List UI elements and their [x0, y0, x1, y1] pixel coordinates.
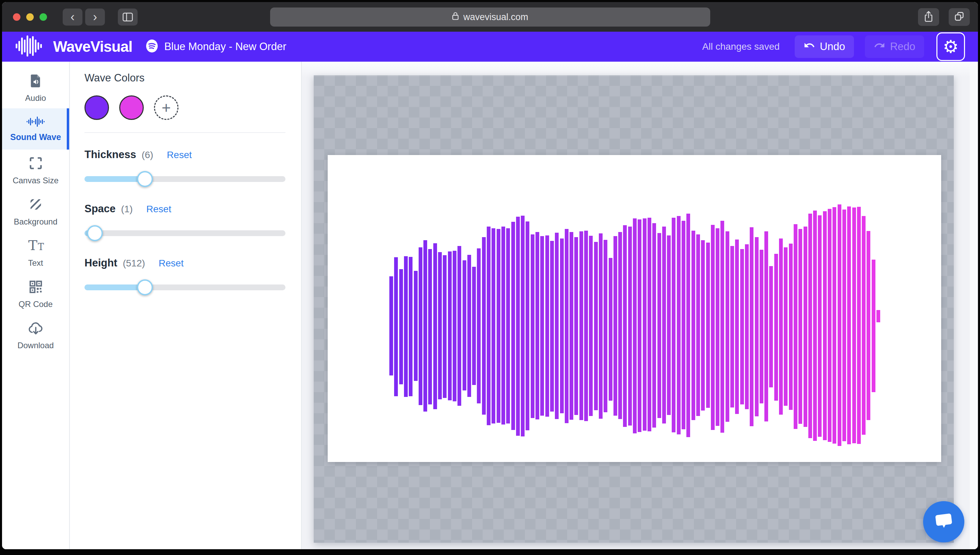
waveform-bar — [755, 237, 759, 416]
sidebar-item-background[interactable]: Background — [2, 191, 69, 232]
waveform-bar — [740, 249, 744, 404]
scrollbar-gutter — [970, 62, 978, 549]
wave-color-swatch-magenta[interactable] — [119, 95, 144, 120]
sidebar-item-text[interactable]: T T Text — [2, 232, 69, 273]
sidebar-item-canvas-size[interactable]: Canvas Size — [2, 149, 69, 191]
waveform-bar — [701, 240, 705, 411]
waveform-bar — [618, 232, 622, 419]
waveform-bar — [789, 244, 793, 409]
svg-text:T: T — [28, 238, 37, 253]
space-header: Space (1) Reset — [85, 203, 285, 215]
download-cloud-icon — [27, 320, 44, 337]
browser-window: ‹ › wavevisual.com — [2, 2, 978, 549]
zoom-window-button[interactable] — [40, 13, 47, 21]
wave-color-swatch-purple[interactable] — [85, 95, 109, 120]
waveform-bar — [823, 211, 827, 440]
sidebar-item-label: Canvas Size — [13, 176, 59, 185]
share-button[interactable] — [918, 8, 939, 26]
undo-icon — [804, 40, 815, 54]
space-reset-link[interactable]: Reset — [146, 204, 171, 215]
height-slider[interactable] — [85, 279, 285, 295]
canvas-size-icon — [28, 156, 43, 172]
minimize-window-button[interactable] — [26, 13, 34, 21]
waveform-bar — [550, 241, 554, 412]
waveform-bar — [535, 232, 539, 419]
spotify-icon — [145, 39, 159, 54]
sidebar-item-audio[interactable]: Audio — [2, 67, 69, 108]
waveform-bar — [721, 221, 724, 433]
slider-thumb[interactable] — [137, 171, 153, 187]
waveform-bar — [716, 228, 719, 425]
undo-button[interactable]: Undo — [795, 35, 854, 58]
space-slider[interactable] — [85, 225, 285, 241]
waveform-bar — [638, 220, 641, 431]
thickness-reset-link[interactable]: Reset — [167, 149, 192, 160]
waveform-bar — [511, 222, 515, 430]
waveform-bar — [428, 249, 432, 404]
waveform-bar — [487, 226, 490, 425]
redo-button[interactable]: Redo — [865, 35, 924, 58]
waveform-bar — [531, 234, 535, 418]
sidebar-item-qr-code[interactable]: QR Code — [2, 273, 69, 314]
chevron-left-icon: ‹ — [70, 10, 75, 24]
artwork-canvas[interactable] — [328, 155, 941, 462]
sidebar-item-label: Text — [28, 258, 43, 268]
height-reset-link[interactable]: Reset — [159, 258, 184, 269]
waveform-bar — [423, 240, 427, 412]
sound-wave-panel: Wave Colors + Thickness (6) Reset Spa — [70, 62, 302, 549]
sidebar-item-download[interactable]: Download — [2, 314, 69, 356]
waveform-bar — [613, 236, 617, 415]
plus-icon: + — [162, 98, 171, 117]
share-icon — [923, 10, 934, 24]
slider-track[interactable] — [98, 230, 285, 236]
waveform-bar — [643, 218, 647, 431]
app-logo[interactable]: WaveVisual — [15, 35, 132, 59]
sidebar-item-label: Audio — [25, 93, 46, 103]
waveform-bar — [760, 250, 763, 403]
waveform-bar — [706, 242, 710, 408]
thickness-slider[interactable] — [85, 171, 285, 187]
sidebar-toggle-button[interactable] — [118, 8, 138, 26]
traffic-lights — [13, 13, 47, 21]
wave-color-swatches: + — [85, 95, 285, 120]
back-button[interactable]: ‹ — [62, 8, 82, 26]
waveform-logo-icon — [15, 35, 53, 59]
waveform-bar — [574, 237, 578, 415]
settings-button[interactable]: ⚙ — [937, 32, 965, 61]
waveform-bar — [667, 236, 671, 415]
tabs-button[interactable] — [949, 8, 970, 26]
waveform-bar — [492, 228, 495, 423]
url-text: wavevisual.com — [463, 12, 528, 22]
waveform-bar — [580, 231, 583, 420]
slider-thumb[interactable] — [137, 279, 153, 295]
waveform-bar — [862, 216, 866, 435]
waveform-bar — [833, 207, 836, 444]
waveform-bar — [453, 251, 456, 401]
forward-button[interactable]: › — [85, 8, 105, 26]
waveform-bar — [623, 225, 627, 427]
slider-thumb[interactable] — [87, 225, 103, 241]
waveform-bar — [677, 216, 681, 435]
thickness-value: (6) — [142, 149, 153, 160]
waveform-bar — [750, 227, 753, 426]
url-bar[interactable]: wavevisual.com — [270, 8, 710, 27]
waveform-bar — [419, 247, 423, 405]
chat-button[interactable] — [923, 501, 964, 542]
waveform-bar — [438, 252, 442, 399]
gear-icon: ⚙ — [943, 37, 959, 57]
close-window-button[interactable] — [13, 13, 21, 21]
waveform-bar — [516, 217, 520, 435]
waveform-visualization[interactable] — [389, 155, 882, 462]
waveform-bar — [389, 276, 393, 375]
waveform-bar — [501, 226, 505, 425]
waveform-bar — [628, 226, 632, 425]
sidebar-item-sound-wave[interactable]: Sound Wave — [2, 108, 69, 149]
thickness-label: Thickness — [85, 149, 136, 161]
waveform-bar — [857, 207, 861, 444]
waveform-bar — [764, 231, 768, 422]
waveform-bar — [652, 223, 656, 428]
waveform-bar — [686, 213, 690, 437]
waveform-bar — [804, 226, 807, 427]
add-color-button[interactable]: + — [154, 95, 178, 120]
waveform-bar — [866, 231, 870, 420]
